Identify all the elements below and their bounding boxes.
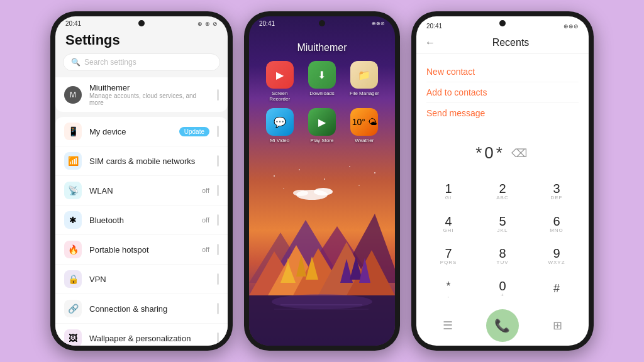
settings-item-bluetooth[interactable]: ✱ Bluetooth off <box>55 206 228 234</box>
settings-item-miuithemer-sub: Manage accounts, cloud services, and mor… <box>89 92 209 106</box>
settings-divider-hotspot <box>217 244 219 255</box>
app-weather[interactable]: 10° 🌤 Weather <box>347 108 382 143</box>
wlan-icon: 📡 <box>64 182 82 199</box>
settings-item-bluetooth-label: Bluetooth <box>89 216 194 225</box>
app-mi-video[interactable]: 💬 Mi Video <box>262 108 297 143</box>
settings-item-connection[interactable]: 🔗 Connection & sharing <box>55 294 228 323</box>
dial-key-8[interactable]: 8 TUV <box>475 240 530 273</box>
recents-title: Recents <box>441 37 580 48</box>
avatar-miuithemer: M <box>64 86 82 104</box>
app-play-store-label: Play Store <box>311 138 334 143</box>
settings-divider-wallpaper <box>217 332 219 344</box>
sim-icon: 📶 <box>64 152 82 170</box>
settings-item-wlan-label: WLAN <box>89 186 194 195</box>
phone-home: 20:41 ⊕⊗⊘ Miuithemer ▶ Screen Recorder <box>244 11 400 351</box>
dial-key-5[interactable]: 5 JKL <box>475 208 530 241</box>
bluetooth-status: off <box>202 216 209 224</box>
settings-item-wlan-text: WLAN <box>89 186 194 195</box>
dialer-grid: 1 GI 2 ABC 3 DEF 4 GHI 5 JKL <box>416 175 589 305</box>
settings-item-wallpaper-text: Wallpaper & personalization <box>89 334 209 343</box>
settings-item-hotspot[interactable]: 🔥 Portable hotspot off <box>55 235 228 264</box>
dial-key-7[interactable]: 7 PQRS <box>421 240 475 273</box>
settings-item-hotspot-text: Portable hotspot <box>89 245 194 255</box>
app-file-manager[interactable]: 📁 File Manager <box>347 61 382 102</box>
app-screen-recorder-label: Screen Recorder <box>262 90 297 102</box>
mydevice-icon: 📱 <box>64 123 82 140</box>
dial-key-0[interactable]: 0 + <box>475 273 530 306</box>
recents-screen: 20:41 ⊕⊗⊘ ← Recents New contact Add to c… <box>416 16 589 346</box>
search-bar[interactable]: 🔍 Search settings <box>63 53 220 71</box>
status-time-home: 20:41 <box>259 20 275 27</box>
phone-settings: 20:41 ⊕ ⊗ ⊘ Settings 🔍 Search settings M <box>50 11 233 351</box>
settings-item-vpn-label: VPN <box>89 275 209 284</box>
back-button[interactable]: ← <box>425 37 435 48</box>
app-mi-video-label: Mi Video <box>270 138 289 143</box>
settings-item-sim-label: SIM cards & mobile networks <box>89 156 209 166</box>
settings-item-vpn-text: VPN <box>89 275 209 284</box>
settings-item-hotspot-right: off <box>202 246 209 253</box>
call-button[interactable]: 📞 <box>476 310 528 341</box>
call-icon: 📞 <box>486 309 519 342</box>
app-file-manager-icon: 📁 <box>350 61 378 89</box>
update-badge: Update <box>179 127 209 136</box>
status-time-settings: 20:41 <box>65 20 81 27</box>
app-downloads[interactable]: ⬇ Downloads <box>304 61 340 102</box>
dialer-bottom: ☰ 📞 ⊞ <box>416 305 589 346</box>
status-time-recents: 20:41 <box>426 23 442 30</box>
settings-item-connection-text: Connection & sharing <box>89 304 209 314</box>
menu-icon: ☰ <box>443 319 453 332</box>
settings-item-mydevice-label: My device <box>89 127 172 136</box>
dial-key-star[interactable]: * , <box>421 273 475 306</box>
settings-item-mydevice-text: My device <box>89 127 172 136</box>
settings-section-account: M Miuithemer Manage accounts, cloud serv… <box>55 77 228 112</box>
dialer-display: *0* ⌫ <box>416 131 589 175</box>
settings-title: Settings <box>55 30 228 53</box>
punch-hole-home <box>319 20 325 26</box>
settings-item-hotspot-label: Portable hotspot <box>89 245 194 255</box>
dial-key-9[interactable]: 9 WXYZ <box>530 240 584 273</box>
settings-item-sim-text: SIM cards & mobile networks <box>89 156 209 166</box>
recents-action-new-contact[interactable]: New contact <box>426 62 579 82</box>
settings-item-mydevice[interactable]: 📱 My device Update <box>55 117 228 146</box>
connection-icon: 🔗 <box>64 300 82 317</box>
app-grid: ▶ Screen Recorder ⬇ Downloads 📁 <box>249 61 395 143</box>
settings-divider-connection <box>217 303 219 314</box>
dial-key-hash[interactable]: # <box>530 273 584 306</box>
settings-item-wlan[interactable]: 📡 WLAN off <box>55 176 228 205</box>
app-file-manager-label: File Manager <box>350 90 379 96</box>
settings-item-sim[interactable]: 📶 SIM cards & mobile networks <box>55 146 228 175</box>
dial-input: *0* <box>475 143 505 163</box>
dial-key-1[interactable]: 1 GI <box>421 175 475 208</box>
menu-button[interactable]: ☰ <box>421 310 474 341</box>
status-icons-settings: ⊕ ⊗ ⊘ <box>197 21 218 27</box>
app-downloads-icon: ⬇ <box>308 61 336 89</box>
recents-action-add-contacts[interactable]: Add to contacts <box>426 82 579 103</box>
phone-recents: 20:41 ⊕⊗⊘ ← Recents New contact Add to c… <box>411 11 594 351</box>
settings-divider-sim <box>217 155 219 167</box>
settings-divider-wlan <box>217 185 219 196</box>
settings-item-miuithemer-text: Miuithemer Manage accounts, cloud servic… <box>89 83 209 106</box>
dial-key-4[interactable]: 4 GHI <box>421 208 475 241</box>
settings-item-wallpaper[interactable]: 🖼 Wallpaper & personalization <box>55 324 228 346</box>
dial-key-2[interactable]: 2 ABC <box>475 175 530 208</box>
settings-item-wallpaper-label: Wallpaper & personalization <box>89 334 209 343</box>
backspace-button[interactable]: ⌫ <box>511 146 530 160</box>
recents-action-send-message[interactable]: Send message <box>426 103 579 123</box>
settings-screen: 20:41 ⊕ ⊗ ⊘ Settings 🔍 Search settings M <box>55 16 228 346</box>
dial-key-3[interactable]: 3 DEF <box>530 175 584 208</box>
hotspot-status: off <box>202 246 209 253</box>
app-screen-recorder[interactable]: ▶ Screen Recorder <box>262 61 297 102</box>
home-app-label: Miuithemer <box>249 30 395 61</box>
status-icons-home: ⊕⊗⊘ <box>372 21 385 26</box>
settings-item-miuithemer[interactable]: M Miuithemer Manage accounts, cloud serv… <box>55 77 228 112</box>
recents-header: ← Recents <box>416 32 589 54</box>
punch-hole-recents <box>499 20 506 26</box>
settings-divider-bluetooth <box>217 214 219 226</box>
grid-button[interactable]: ⊞ <box>531 310 584 341</box>
app-downloads-label: Downloads <box>309 90 335 96</box>
settings-item-vpn[interactable]: 🔒 VPN <box>55 265 228 293</box>
dial-key-6[interactable]: 6 MNO <box>530 208 584 241</box>
app-play-store[interactable]: ▶ Play Store <box>304 108 340 143</box>
wlan-status: off <box>202 187 209 194</box>
recents-actions: New contact Add to contacts Send message <box>416 54 589 131</box>
